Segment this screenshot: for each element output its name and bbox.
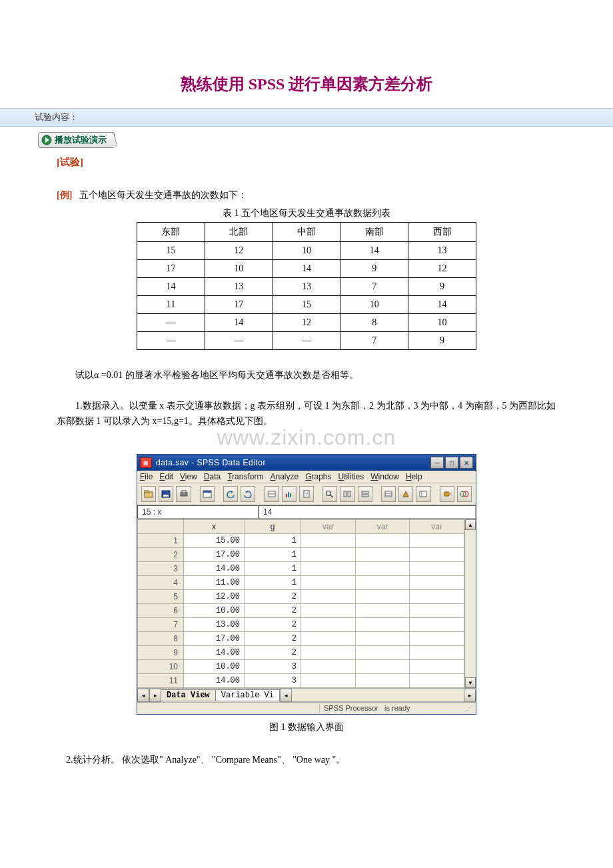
grid-row-number[interactable]: 8 <box>138 632 184 646</box>
spss-data-grid[interactable]: xgvarvarvar 115.001217.001314.001411.001… <box>137 519 464 688</box>
grid-row-number[interactable]: 2 <box>138 548 184 562</box>
grid-cell[interactable]: 1 <box>245 562 301 576</box>
menu-view[interactable]: View <box>180 472 197 481</box>
grid-cell-empty[interactable] <box>355 590 410 604</box>
grid-cell-empty[interactable] <box>301 590 356 604</box>
grid-row[interactable]: 115.001 <box>138 534 464 548</box>
grid-row[interactable]: 314.001 <box>138 562 464 576</box>
grid-cell[interactable]: 14.00 <box>184 674 245 688</box>
goto-icon[interactable] <box>264 486 279 502</box>
scroll-up-icon[interactable]: ▲ <box>465 519 476 530</box>
dialog-icon[interactable] <box>200 486 215 502</box>
maximize-button[interactable]: □ <box>445 457 458 469</box>
grid-cell-empty[interactable] <box>410 632 464 646</box>
grid-cell-empty[interactable] <box>301 548 356 562</box>
grid-cell-empty[interactable] <box>410 618 464 632</box>
menu-help[interactable]: Help <box>406 472 422 481</box>
grid-cell-empty[interactable] <box>410 548 464 562</box>
tab-scroll-right-icon[interactable]: ▸ <box>464 689 476 702</box>
grid-cell-empty[interactable] <box>301 562 356 576</box>
open-icon[interactable] <box>141 486 156 502</box>
info-icon[interactable]: ? <box>299 486 314 502</box>
grid-cell[interactable]: 1 <box>245 576 301 590</box>
spss-toolbar[interactable]: ? <box>137 483 476 505</box>
grid-cell-empty[interactable] <box>301 674 356 688</box>
menu-edit[interactable]: Edit <box>159 472 173 481</box>
menu-utilities[interactable]: Utilities <box>338 472 364 481</box>
find-icon[interactable] <box>322 486 337 502</box>
grid-row-number[interactable]: 4 <box>138 576 184 590</box>
grid-cell-empty[interactable] <box>355 576 410 590</box>
weight-icon[interactable] <box>398 486 413 502</box>
grid-row[interactable]: 713.002 <box>138 618 464 632</box>
grid-row[interactable]: 914.002 <box>138 646 464 660</box>
grid-cell-empty[interactable] <box>355 604 410 618</box>
grid-cell-empty[interactable] <box>301 618 356 632</box>
grid-cell-empty[interactable] <box>410 674 464 688</box>
grid-cell-empty[interactable] <box>301 576 356 590</box>
grid-cell[interactable]: 12.00 <box>184 590 245 604</box>
grid-cell[interactable]: 2 <box>245 646 301 660</box>
grid-cell-empty[interactable] <box>355 632 410 646</box>
grid-cell[interactable]: 13.00 <box>184 618 245 632</box>
menu-graphs[interactable]: Graphs <box>305 472 331 481</box>
grid-row[interactable]: 217.001 <box>138 548 464 562</box>
grid-header[interactable]: x <box>184 520 245 534</box>
grid-row-number[interactable]: 10 <box>138 660 184 674</box>
grid-cell-empty[interactable] <box>355 548 410 562</box>
grid-cell[interactable]: 3 <box>245 660 301 674</box>
grid-cell[interactable]: 15.00 <box>184 534 245 548</box>
grid-cell-empty[interactable] <box>301 646 356 660</box>
grid-cell-empty[interactable] <box>410 562 464 576</box>
grid-cell-empty[interactable] <box>301 534 356 548</box>
grid-row-number[interactable]: 11 <box>138 674 184 688</box>
grid-header[interactable]: var <box>355 520 410 534</box>
grid-cell[interactable]: 2 <box>245 618 301 632</box>
grid-row[interactable]: 512.002 <box>138 590 464 604</box>
grid-cell-empty[interactable] <box>355 562 410 576</box>
grid-cell-empty[interactable] <box>355 674 410 688</box>
close-button[interactable]: ✕ <box>460 457 473 469</box>
grid-cell-empty[interactable] <box>410 590 464 604</box>
select-icon[interactable] <box>416 486 430 502</box>
grid-cell-empty[interactable] <box>355 618 410 632</box>
cases-icon[interactable] <box>358 486 372 502</box>
grid-cell-empty[interactable] <box>355 534 410 548</box>
grid-cell-empty[interactable] <box>410 604 464 618</box>
grid-row-number[interactable]: 6 <box>138 604 184 618</box>
grid-cell[interactable]: 11.00 <box>184 576 245 590</box>
grid-row[interactable]: 610.002 <box>138 604 464 618</box>
grid-row[interactable]: 1114.003 <box>138 674 464 688</box>
grid-row[interactable]: 817.002 <box>138 632 464 646</box>
grid-cell-empty[interactable] <box>301 604 356 618</box>
grid-cell[interactable]: 3 <box>245 674 301 688</box>
grid-cell-empty[interactable] <box>410 646 464 660</box>
grid-header[interactable]: var <box>410 520 464 534</box>
grid-row-number[interactable]: 7 <box>138 618 184 632</box>
grid-cell[interactable]: 14.00 <box>184 562 245 576</box>
grid-cell[interactable]: 2 <box>245 604 301 618</box>
grid-cell[interactable]: 10.00 <box>184 604 245 618</box>
tab-nav-prev-icon[interactable]: ▸ <box>149 689 161 702</box>
vars-icon[interactable] <box>340 486 354 502</box>
grid-row[interactable]: 411.001 <box>138 576 464 590</box>
grid-cell-empty[interactable] <box>355 660 410 674</box>
spss-tab-strip[interactable]: ◂ ▸ Data View Variable Vi ◂ ▸ <box>137 688 476 702</box>
chart-icon[interactable] <box>282 486 297 502</box>
grid-row[interactable]: 1010.003 <box>138 660 464 674</box>
labels-icon[interactable] <box>381 486 396 502</box>
cell-name-box[interactable]: 15 : x <box>137 505 259 519</box>
menu-data[interactable]: Data <box>204 472 221 481</box>
scroll-down-icon[interactable]: ▼ <box>465 677 476 688</box>
print-icon[interactable] <box>176 486 191 502</box>
resize-grip-icon[interactable]: ⋰ <box>464 704 473 713</box>
grid-row-number[interactable]: 3 <box>138 562 184 576</box>
redo-icon[interactable] <box>241 486 255 502</box>
menu-window[interactable]: Window <box>370 472 399 481</box>
grid-cell[interactable]: 2 <box>245 590 301 604</box>
grid-cell-empty[interactable] <box>410 576 464 590</box>
grid-cell[interactable]: 1 <box>245 534 301 548</box>
grid-cell-empty[interactable] <box>355 646 410 660</box>
grid-header[interactable]: g <box>245 520 301 534</box>
grid-cell[interactable]: 2 <box>245 632 301 646</box>
